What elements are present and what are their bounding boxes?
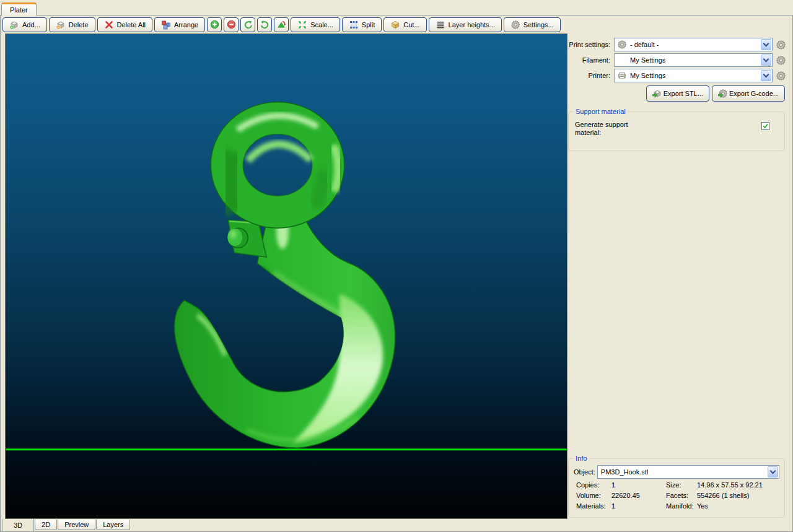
export-stl-label: Export STL... [664, 90, 703, 97]
printer-combo[interactable]: My Settings [614, 69, 773, 82]
facets-label: Facets: [666, 492, 697, 499]
export-row: Export STL... Export G-code... [567, 85, 785, 102]
rotate-custom-icon [277, 20, 286, 29]
arrange-icon [161, 20, 171, 30]
export-gcode-button[interactable]: Export G-code... [712, 85, 785, 102]
chevron-down-icon [763, 72, 769, 78]
print-settings-row: Print settings: - default - [567, 38, 786, 51]
copies-label: Copies: [576, 481, 611, 489]
printer-gear-button[interactable] [776, 71, 786, 81]
split-button[interactable]: Split [342, 17, 382, 32]
plater-page: Add... Delete Delete All Arrange [0, 15, 793, 532]
add-object-icon [9, 20, 19, 30]
tab-preview[interactable]: Preview [58, 520, 95, 530]
layer-heights-button-label: Layer heights... [449, 21, 495, 28]
support-material-group: Support material Generate support materi… [568, 111, 785, 151]
view-tab-strip: 3D 2D Preview Layers [2, 519, 131, 532]
export-gcode-icon [718, 89, 728, 98]
delete-all-icon [104, 20, 114, 30]
export-stl-button[interactable]: Export STL... [646, 85, 709, 102]
print-bed-line [6, 448, 567, 450]
print-settings-gear-button[interactable] [776, 40, 786, 50]
settings-sidebar: Print settings: - default - Filament: My… [567, 33, 790, 519]
tab-preview-label: Preview [64, 521, 89, 528]
facets-value: 554266 (1 shells) [697, 492, 779, 499]
split-icon [349, 20, 359, 30]
chevron-down-icon [763, 41, 769, 47]
hook-model[interactable] [174, 102, 395, 448]
scale-button[interactable]: Scale... [291, 17, 340, 32]
generate-support-checkbox[interactable] [761, 122, 769, 130]
printer-value: My Settings [627, 72, 665, 79]
generate-support-label: Generate support material: [575, 121, 649, 137]
printer-combo-arrow[interactable] [761, 70, 771, 81]
filament-gear-button[interactable] [776, 55, 786, 66]
delete-button-label: Delete [69, 21, 89, 28]
plus-circle-icon [210, 20, 219, 29]
filament-combo[interactable]: My Settings [614, 53, 773, 67]
object-label: Object: [574, 468, 597, 476]
printer-label: Printer: [567, 72, 614, 79]
object-value: PM3D_Hook.stl [598, 468, 648, 476]
tab-2d[interactable]: 2D [35, 520, 57, 530]
arrange-button-label: Arrange [174, 21, 198, 28]
size-label: Size: [666, 481, 697, 489]
support-material-title: Support material [574, 108, 628, 115]
top-tab-strip: Plater [1, 2, 37, 15]
print-settings-label: Print settings: [567, 41, 614, 48]
rotate-ccw-icon [243, 20, 253, 29]
preset-gear-icon [617, 40, 627, 50]
cut-button[interactable]: Cut... [383, 17, 426, 32]
rotate-custom-button[interactable] [274, 17, 289, 32]
tab-plater[interactable]: Plater [1, 2, 37, 15]
manifold-label: Manifold: [666, 502, 697, 510]
slic3r-window: { "window": { "tab_label": "Plater" }, "… [0, 0, 793, 532]
volume-label: Volume: [576, 492, 611, 499]
layer-heights-button[interactable]: Layer heights... [429, 17, 502, 32]
tab-layers-label: Layers [103, 521, 123, 528]
tab-3d[interactable]: 3D [2, 519, 34, 532]
settings-button[interactable]: Settings... [504, 17, 561, 32]
export-stl-icon [652, 89, 662, 98]
object-stats: Copies: 1 Size: 14.96 x 57.55 x 92.21 Vo… [574, 481, 779, 510]
tab-2d-label: 2D [42, 521, 50, 528]
info-group: Info Object: PM3D_Hook.stl Copies: 1 Siz… [568, 458, 785, 518]
object-combo[interactable]: PM3D_Hook.stl [597, 465, 779, 479]
scale-button-label: Scale... [310, 21, 333, 28]
chevron-down-icon [770, 468, 776, 474]
chevron-down-icon [763, 56, 769, 63]
delete-all-button[interactable]: Delete All [97, 17, 152, 32]
checkmark-icon [762, 123, 769, 129]
tab-3d-label: 3D [14, 521, 22, 529]
tab-layers[interactable]: Layers [96, 520, 130, 530]
3d-scene [6, 34, 567, 518]
delete-all-button-label: Delete All [117, 21, 146, 28]
printer-icon [617, 71, 627, 81]
layer-heights-icon [436, 20, 445, 30]
export-gcode-label: Export G-code... [729, 90, 779, 97]
object-combo-arrow[interactable] [768, 466, 778, 477]
settings-button-label: Settings... [524, 21, 554, 28]
toolbar: Add... Delete Delete All Arrange [2, 16, 561, 33]
scale-icon [297, 20, 307, 30]
settings-gear-icon [510, 20, 520, 30]
delete-object-icon [56, 20, 66, 30]
arrange-button[interactable]: Arrange [154, 17, 205, 32]
filament-combo-arrow[interactable] [761, 55, 771, 66]
materials-value: 1 [611, 502, 666, 510]
decrease-copies-button[interactable] [224, 17, 239, 32]
size-value: 14.96 x 57.55 x 92.21 [697, 481, 779, 489]
increase-copies-button[interactable] [207, 17, 222, 32]
info-title: Info [574, 455, 589, 462]
3d-viewport[interactable] [5, 33, 567, 519]
rotate-cw-button[interactable] [257, 17, 272, 32]
cut-button-label: Cut... [403, 21, 419, 28]
materials-label: Materials: [576, 502, 611, 510]
print-settings-combo[interactable]: - default - [614, 38, 773, 51]
rotate-ccw-button[interactable] [240, 17, 255, 32]
print-settings-combo-arrow[interactable] [761, 39, 771, 50]
filament-value: My Settings [627, 56, 665, 64]
delete-button[interactable]: Delete [49, 17, 95, 32]
add-button[interactable]: Add... [2, 17, 47, 32]
minus-circle-icon [227, 20, 236, 29]
